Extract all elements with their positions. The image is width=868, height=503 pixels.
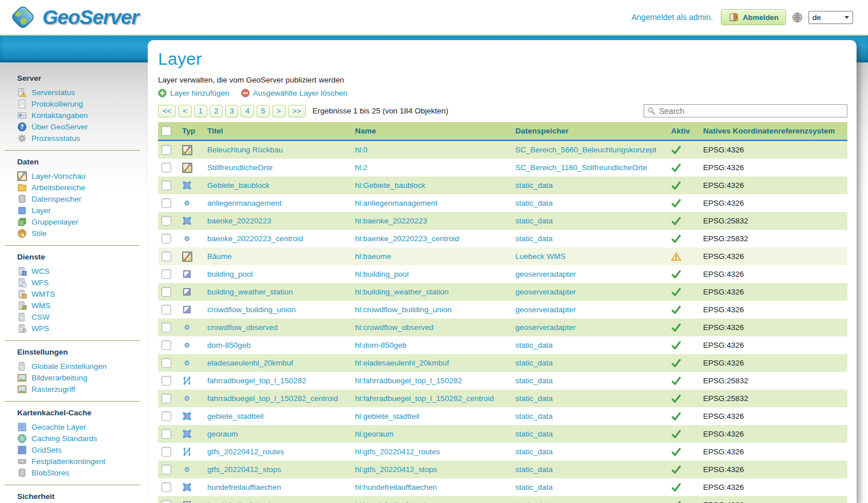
layer-title-link[interactable]: building_pool — [207, 270, 253, 278]
layer-title-link[interactable]: gebiete_stadtteil — [207, 412, 263, 421]
layer-name-link[interactable]: hl:georaum — [355, 430, 394, 438]
col-header-titel[interactable]: Titel — [204, 122, 352, 140]
pagination-page-2-button[interactable]: 2 — [210, 105, 223, 117]
layer-name-link[interactable]: hl:hundefreilaufstrecken — [355, 501, 437, 503]
add-layer-link[interactable]: Layer hinzufügen — [158, 89, 230, 97]
row-checkbox[interactable] — [161, 234, 171, 243]
pagination-page-4-button[interactable]: 4 — [240, 105, 254, 117]
select-all-checkbox[interactable] — [161, 126, 171, 136]
datastore-link[interactable]: static_data — [515, 394, 553, 403]
layer-title-link[interactable]: building_weather_station — [207, 288, 293, 296]
sidebar-item-label[interactable]: Bildverarbeitung — [31, 374, 88, 382]
datastore-link[interactable]: Luebeck WMS — [515, 252, 566, 261]
sidebar-item-label[interactable]: Serverstatus — [31, 88, 75, 97]
sidebar-item-festplattenkontingent[interactable]: Festplattenkontingent — [17, 457, 148, 466]
row-checkbox[interactable] — [161, 429, 171, 439]
layer-title-link[interactable]: gtfs_20220412_stops — [207, 465, 281, 474]
layer-title-link[interactable]: hundefreilaufflaechen — [207, 483, 281, 492]
layer-title-link[interactable]: hundefreilaufstrecken — [207, 501, 281, 503]
row-checkbox[interactable] — [161, 376, 171, 386]
datastore-link[interactable]: static_data — [515, 447, 553, 456]
sidebar-item-label[interactable]: WFS — [31, 278, 49, 287]
sidebar-item-gecachte-layer[interactable]: Gecachte Layer — [17, 422, 148, 432]
layer-title-link[interactable]: crowdflow_observed — [207, 323, 278, 332]
sidebar-item-label[interactable]: Über GeoServer — [31, 123, 88, 131]
row-checkbox[interactable] — [161, 358, 171, 368]
datastore-link[interactable]: static_data — [515, 501, 553, 503]
layer-name-link[interactable]: hl:gebiete_stadtteil — [355, 412, 420, 421]
layer-title-link[interactable]: fahrradbuegel_top_l_150282 — [207, 376, 306, 385]
col-header-crs[interactable]: Natives Koordinatenreferenzsystem — [700, 122, 847, 140]
row-checkbox[interactable] — [161, 180, 171, 190]
row-checkbox[interactable] — [161, 500, 171, 503]
row-checkbox[interactable] — [161, 447, 171, 457]
layer-title-link[interactable]: eladesaeulenhl_20kmbuf — [207, 359, 293, 367]
datastore-link[interactable]: static_data — [515, 359, 553, 367]
row-checkbox[interactable] — [161, 198, 171, 208]
row-checkbox[interactable] — [161, 145, 171, 155]
sidebar-item-csw[interactable]: CSW — [17, 312, 148, 322]
sidebar-item-label[interactable]: WMS — [31, 301, 50, 310]
sidebar-item-wfs[interactable]: WFS — [17, 278, 148, 288]
row-checkbox[interactable] — [161, 252, 171, 261]
delete-selected-layers-link[interactable]: Ausgewählte Layer löschen — [241, 89, 348, 97]
sidebar-item-label[interactable]: Arbeitsbereiche — [31, 183, 85, 192]
datastore-link[interactable]: static_data — [515, 181, 553, 190]
layer-name-link[interactable]: hl:gtfs_20220412_stops — [355, 465, 437, 474]
col-header-aktiv[interactable]: Aktiv — [668, 122, 700, 140]
datastore-link[interactable]: static_data — [515, 234, 553, 243]
layer-title-link[interactable]: fahrradbuegel_top_l_150282_centroid — [207, 394, 338, 403]
layer-name-link[interactable]: hl:dom-850geb — [355, 341, 407, 349]
sidebar-item-ber-geoserver[interactable]: ?Über GeoServer — [17, 122, 148, 132]
layer-name-link[interactable]: hl:gtfs_20220412_routes — [355, 447, 440, 456]
sidebar-item-label[interactable]: Datenspeicher — [31, 195, 81, 203]
geoserver-logo[interactable]: GeoServer — [8, 2, 139, 32]
col-header-datenspeicher[interactable]: Datenspeicher — [512, 122, 668, 140]
pagination-last-button[interactable]: >> — [288, 105, 306, 117]
pagination-page-1-button[interactable]: 1 — [194, 105, 207, 117]
layer-title-link[interactable]: dom-850geb — [207, 341, 251, 349]
datastore-link[interactable]: static_data — [515, 199, 553, 207]
layer-title-link[interactable]: gtfs_20220412_routes — [207, 447, 284, 456]
sidebar-item-label[interactable]: Caching Standards — [31, 434, 97, 443]
row-checkbox[interactable] — [161, 287, 171, 297]
layer-name-link[interactable]: hl:eladesaeulenhl_20kmbuf — [355, 359, 449, 367]
sidebar-item-stile[interactable]: Stile — [17, 229, 148, 238]
datastore-link[interactable]: geoserveradapter — [515, 323, 576, 332]
pagination-page-5-button[interactable]: 5 — [257, 105, 270, 117]
sidebar-item-serverstatus[interactable]: Serverstatus — [17, 88, 148, 97]
layer-name-link[interactable]: hl:crowdflow_observed — [355, 323, 433, 332]
sidebar-item-label[interactable]: Layer-Vorschau — [31, 172, 86, 180]
layer-name-link[interactable]: hl:building_pool — [355, 270, 409, 278]
datastore-link[interactable]: geoserveradapter — [515, 270, 576, 278]
datastore-link[interactable]: static_data — [515, 376, 553, 385]
datastore-link[interactable]: static_data — [515, 217, 553, 225]
sidebar-item-datenspeicher[interactable]: Datenspeicher — [17, 194, 148, 204]
datastore-link[interactable]: static_data — [515, 430, 553, 438]
sidebar-item-label[interactable]: Layer — [31, 206, 51, 215]
layer-name-link[interactable]: hl:building_weather_station — [355, 288, 449, 296]
layer-title-link[interactable]: crowdflow_building_union — [207, 305, 296, 314]
layer-name-link[interactable]: hl:baenke_20220223 — [355, 217, 427, 225]
col-header-typ[interactable]: Typ — [179, 122, 204, 140]
sidebar-item-label[interactable]: WMTS — [31, 290, 55, 298]
language-select[interactable]: de — [808, 11, 853, 24]
sidebar-item-protokollierung[interactable]: Protokollierung — [17, 99, 148, 109]
sidebar-item-gridsets[interactable]: GridSets — [17, 445, 148, 455]
datastore-link[interactable]: geoserveradapter — [515, 288, 576, 296]
layer-name-link[interactable]: hl:0 — [355, 146, 368, 154]
sidebar-item-layer-vorschau[interactable]: Layer-Vorschau — [17, 171, 148, 181]
layer-name-link[interactable]: hl:2 — [355, 163, 368, 172]
sidebar-item-arbeitsbereiche[interactable]: Arbeitsbereiche — [17, 183, 148, 192]
sidebar-item-caching-standards[interactable]: Caching Standards — [17, 434, 148, 443]
layer-title-link[interactable]: Gebiete_baublock — [207, 181, 270, 190]
layer-title-link[interactable]: Bäume — [207, 252, 232, 261]
layer-title-link[interactable]: anliegenmanagement — [207, 199, 282, 207]
sidebar-item-rasterzugriff[interactable]: Rasterzugriff — [17, 384, 148, 394]
sidebar-item-wps[interactable]: WPS — [17, 324, 148, 333]
col-header-name[interactable]: Name — [352, 122, 512, 140]
datastore-link[interactable]: static_data — [515, 483, 553, 492]
layer-name-link[interactable]: hl:crowdflow_building_union — [355, 305, 452, 314]
layer-title-link[interactable]: baenke_20220223 — [207, 217, 271, 225]
row-checkbox[interactable] — [161, 482, 171, 492]
